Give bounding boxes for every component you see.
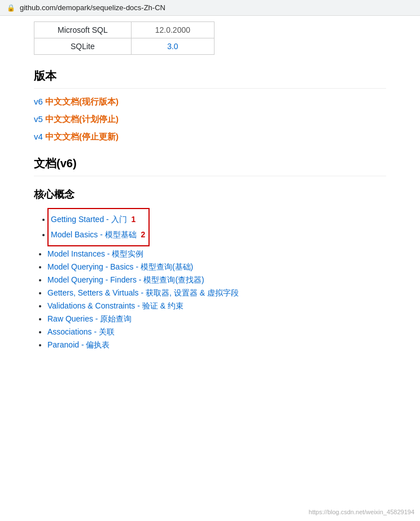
badge-1: 1: [132, 215, 136, 224]
list-item: Model Basics - 模型基础 2: [51, 228, 145, 241]
version-v4-link[interactable]: v4: [34, 132, 43, 141]
badge-2: 2: [141, 230, 146, 239]
highlighted-items-box: Getting Started - 入门 1 Model Basics - 模型…: [47, 208, 150, 246]
v4-doc-link[interactable]: 中文文档(停止更新): [45, 132, 119, 141]
version-v6-link[interactable]: v6: [34, 97, 43, 106]
list-item: Getters, Setters & Virtuals - 获取器, 设置器 &…: [47, 288, 386, 298]
raw-queries-link[interactable]: Raw Queries - 原始查询: [47, 314, 132, 323]
version-link-v4: v4 中文文档(停止更新): [34, 132, 386, 142]
version-v5-link[interactable]: v5: [34, 114, 43, 124]
model-querying-finders-link[interactable]: Model Querying - Finders - 模型查询(查找器): [47, 275, 204, 284]
version-link-v5: v5 中文文档(计划停止): [34, 114, 386, 125]
model-basics-link[interactable]: Model Basics - 模型基础: [51, 230, 137, 239]
getting-started-link[interactable]: Getting Started - 入门: [51, 215, 127, 224]
list-item: Getting Started - 入门 1: [51, 213, 145, 225]
model-querying-basics-link[interactable]: Model Querying - Basics - 模型查询(基础): [47, 262, 193, 271]
version-link-v6: v6 中文文档(现行版本): [34, 97, 386, 107]
list-item: Raw Queries - 原始查询: [47, 314, 386, 324]
main-content: Microsoft SQL 12.0.2000 SQLite 3.0 版本 v6…: [0, 21, 420, 376]
getters-setters-link[interactable]: Getters, Setters & Virtuals - 获取器, 设置器 &…: [47, 288, 239, 297]
docs-heading: 文档(v6): [34, 156, 386, 176]
db-version-table: Microsoft SQL 12.0.2000 SQLite 3.0: [34, 21, 215, 55]
db-name-cell: Microsoft SQL: [34, 22, 132, 38]
db-name-cell: SQLite: [34, 38, 132, 55]
v5-doc-link[interactable]: 中文文档(计划停止): [45, 114, 119, 124]
core-concepts-heading: 核心概念: [34, 188, 386, 201]
list-item: Validations & Constraints - 验证 & 约束: [47, 301, 386, 311]
list-item: Model Querying - Finders - 模型查询(查找器): [47, 275, 386, 285]
db-version-cell: 3.0: [131, 38, 214, 55]
db-version-cell: 12.0.2000: [131, 22, 214, 38]
list-item: Associations - 关联: [47, 327, 386, 337]
browser-bar: 🔒 github.com/demopark/sequelize-docs-Zh-…: [0, 0, 420, 16]
list-item: Model Querying - Basics - 模型查询(基础): [47, 262, 386, 272]
list-item: Model Instances - 模型实例: [47, 249, 386, 259]
versions-heading: 版本: [34, 68, 386, 89]
db-table-section: Microsoft SQL 12.0.2000 SQLite 3.0: [34, 21, 386, 55]
watermark: https://blog.csdn.net/weixin_45829194: [309, 509, 414, 515]
v6-doc-link[interactable]: 中文文档(现行版本): [45, 97, 119, 106]
validations-link[interactable]: Validations & Constraints - 验证 & 约束: [47, 301, 183, 310]
model-instances-link[interactable]: Model Instances - 模型实例: [47, 249, 143, 258]
table-row: Microsoft SQL 12.0.2000: [34, 22, 215, 38]
lock-icon: 🔒: [7, 4, 15, 12]
url-text: github.com/demopark/sequelize-docs-Zh-CN: [20, 3, 165, 12]
associations-link[interactable]: Associations - 关联: [47, 327, 115, 336]
table-row: SQLite 3.0: [34, 38, 215, 55]
paranoid-link[interactable]: Paranoid - 偏执表: [47, 340, 110, 349]
core-concepts-list: Getting Started - 入门 1 Model Basics - 模型…: [34, 208, 386, 350]
list-item: Paranoid - 偏执表: [47, 340, 386, 350]
